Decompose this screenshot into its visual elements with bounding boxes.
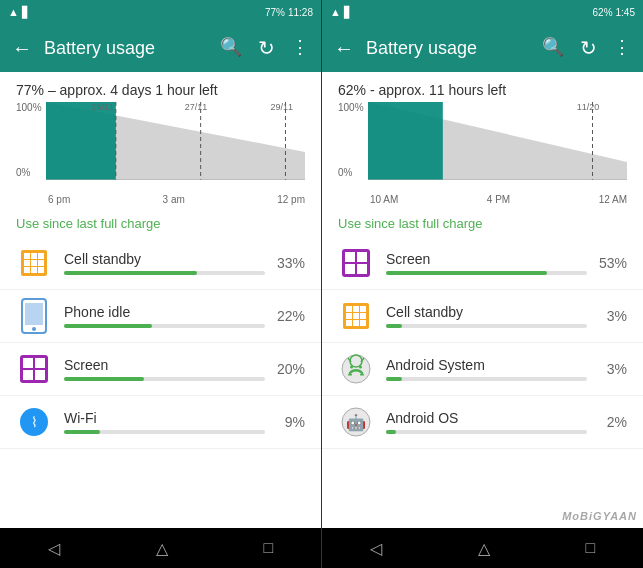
left-wifi-pct: 9% bbox=[273, 414, 305, 430]
right-android-system-bar bbox=[386, 377, 402, 381]
right-time: 1:45 bbox=[616, 7, 635, 18]
left-x-label-0: 6 pm bbox=[48, 194, 70, 205]
left-phone-icon bbox=[16, 298, 52, 334]
left-nav-recent[interactable]: □ bbox=[263, 539, 273, 557]
svg-rect-9 bbox=[38, 253, 44, 259]
left-search-button[interactable]: 🔍 bbox=[220, 36, 242, 60]
left-cell-standby-pct: 33% bbox=[273, 255, 305, 271]
right-chart-x-labels: 10 AM 4 PM 12 AM bbox=[338, 192, 627, 205]
svg-rect-43 bbox=[353, 320, 359, 326]
left-phone-idle-bar-bg bbox=[64, 324, 265, 328]
right-android-os-name: Android OS bbox=[386, 410, 587, 426]
left-signal-icon: ▋ bbox=[22, 6, 30, 19]
left-panel: ▲ ▋ 77% 11:28 ← Battery usage 🔍 ↻ ⋮ 77% … bbox=[0, 0, 321, 568]
right-android-os-icon: 🤖 bbox=[338, 404, 374, 440]
svg-rect-17 bbox=[25, 303, 43, 325]
left-time: 11:28 bbox=[288, 7, 313, 18]
right-status-left: ▲ ▋ bbox=[330, 6, 352, 19]
left-item-wifi: ⌇ Wi-Fi 9% bbox=[0, 396, 321, 449]
svg-rect-34 bbox=[357, 264, 367, 274]
left-screen-bar bbox=[64, 377, 144, 381]
left-cell-standby-name: Cell standby bbox=[64, 251, 265, 267]
svg-rect-23 bbox=[35, 370, 45, 380]
left-refresh-button[interactable]: ↻ bbox=[258, 36, 275, 60]
left-wifi-status-icon: ▲ bbox=[8, 6, 19, 18]
right-item-android-os: 🤖 Android OS 2% bbox=[322, 396, 643, 449]
left-screen-icon bbox=[16, 351, 52, 387]
svg-rect-11 bbox=[31, 260, 37, 266]
right-x-label-0: 10 AM bbox=[370, 194, 398, 205]
left-app-bar-title: Battery usage bbox=[44, 38, 208, 59]
left-chart-y-top: 100% bbox=[16, 102, 42, 113]
right-android-os-bar-bg bbox=[386, 430, 587, 434]
right-search-button[interactable]: 🔍 bbox=[542, 36, 564, 60]
right-cell-standby-bar bbox=[386, 324, 402, 328]
svg-rect-48 bbox=[348, 374, 352, 376]
left-screen-info: Screen bbox=[64, 357, 265, 381]
right-cell-standby-name: Cell standby bbox=[386, 304, 587, 320]
left-battery-pct: 77% bbox=[265, 7, 285, 18]
right-status-bar: ▲ ▋ 62% 1:45 bbox=[322, 0, 643, 24]
left-screen-name: Screen bbox=[64, 357, 265, 373]
right-android-os-pct: 2% bbox=[595, 414, 627, 430]
left-nav-home[interactable]: △ bbox=[156, 539, 168, 558]
right-item-screen: Screen 53% bbox=[322, 237, 643, 290]
left-back-button[interactable]: ← bbox=[12, 37, 32, 60]
right-screen-bar bbox=[386, 271, 547, 275]
left-sim-icon bbox=[16, 245, 52, 281]
right-refresh-button[interactable]: ↻ bbox=[580, 36, 597, 60]
svg-rect-31 bbox=[345, 252, 355, 262]
right-signal-icon: ▋ bbox=[344, 6, 352, 19]
left-phone-idle-bar bbox=[64, 324, 152, 328]
right-nav-recent[interactable]: □ bbox=[585, 539, 595, 557]
svg-rect-32 bbox=[357, 252, 367, 262]
left-cell-standby-bar bbox=[64, 271, 197, 275]
left-use-since: Use since last full charge bbox=[0, 212, 321, 237]
right-use-since: Use since last full charge bbox=[322, 212, 643, 237]
right-nav-home[interactable]: △ bbox=[478, 539, 490, 558]
left-app-bar: ← Battery usage 🔍 ↻ ⋮ bbox=[0, 24, 321, 72]
right-cell-standby-info: Cell standby bbox=[386, 304, 587, 328]
watermark: MoBiGYAAN bbox=[562, 510, 637, 522]
right-back-button[interactable]: ← bbox=[334, 37, 354, 60]
right-chart-y-bot: 0% bbox=[338, 167, 364, 178]
svg-rect-38 bbox=[360, 306, 366, 312]
left-nav-back[interactable]: ◁ bbox=[48, 539, 60, 558]
right-cell-standby-pct: 3% bbox=[595, 308, 627, 324]
left-battery-items: Cell standby 33% Phone idle bbox=[0, 237, 321, 528]
svg-rect-33 bbox=[345, 264, 355, 274]
svg-rect-44 bbox=[360, 320, 366, 326]
right-android-system-info: Android System bbox=[386, 357, 587, 381]
left-item-cell-standby: Cell standby 33% bbox=[0, 237, 321, 290]
right-chart-container: 100% 0% 11/2 bbox=[322, 102, 643, 212]
left-nav-bar: ◁ △ □ bbox=[0, 528, 321, 568]
right-battery-summary: 62% - approx. 11 hours left bbox=[322, 72, 643, 102]
svg-text:🤖: 🤖 bbox=[346, 413, 366, 432]
left-x-label-1: 3 am bbox=[163, 194, 185, 205]
right-android-system-name: Android System bbox=[386, 357, 587, 373]
right-battery-pct: 62% bbox=[593, 7, 613, 18]
right-android-system-bar-bg bbox=[386, 377, 587, 381]
svg-rect-36 bbox=[346, 306, 352, 312]
svg-rect-40 bbox=[353, 313, 359, 319]
right-chart-y-top: 100% bbox=[338, 102, 364, 113]
svg-rect-10 bbox=[24, 260, 30, 266]
left-more-button[interactable]: ⋮ bbox=[291, 36, 309, 60]
svg-rect-39 bbox=[346, 313, 352, 319]
left-cell-standby-info: Cell standby bbox=[64, 251, 265, 275]
left-phone-idle-pct: 22% bbox=[273, 308, 305, 324]
right-nav-back[interactable]: ◁ bbox=[370, 539, 382, 558]
right-panel: ▲ ▋ 62% 1:45 ← Battery usage 🔍 ↻ ⋮ 62% -… bbox=[322, 0, 643, 568]
svg-marker-1 bbox=[46, 102, 116, 180]
svg-point-18 bbox=[32, 327, 36, 331]
right-app-bar: ← Battery usage 🔍 ↻ ⋮ bbox=[322, 24, 643, 72]
right-more-button[interactable]: ⋮ bbox=[613, 36, 631, 60]
svg-rect-37 bbox=[353, 306, 359, 312]
left-screen-pct: 20% bbox=[273, 361, 305, 377]
svg-point-45 bbox=[342, 355, 370, 383]
svg-rect-15 bbox=[38, 267, 44, 273]
right-screen-bar-bg bbox=[386, 271, 587, 275]
left-chart-x-labels: 6 pm 3 am 12 pm bbox=[16, 192, 305, 205]
right-x-label-2: 12 AM bbox=[599, 194, 627, 205]
left-status-bar: ▲ ▋ 77% 11:28 bbox=[0, 0, 321, 24]
